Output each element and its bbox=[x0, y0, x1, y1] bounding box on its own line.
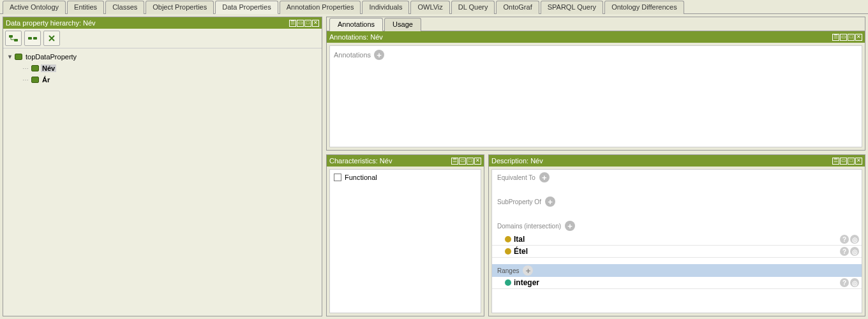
sub-tab-annotations[interactable]: Annotations bbox=[329, 18, 383, 31]
characteristics-panel-header: Characteristics: Név ☰ ▭ □ ✕ bbox=[327, 155, 484, 167]
svg-rect-2 bbox=[28, 37, 32, 40]
domain-item-etel[interactable]: Étel ? ◎ bbox=[492, 246, 862, 258]
add-subproperty-button[interactable]: + bbox=[545, 197, 555, 207]
edit-icon[interactable]: ◎ bbox=[850, 235, 859, 244]
equivalent-to-label: Equivalent To bbox=[497, 174, 535, 181]
tab-data-properties[interactable]: Data Properties bbox=[215, 1, 278, 14]
tab-object-properties[interactable]: Object Properties bbox=[146, 1, 214, 14]
add-child-button[interactable] bbox=[24, 31, 41, 46]
panel-close-icon[interactable]: ✕ bbox=[312, 20, 319, 27]
description-panel-title: Description: Név bbox=[491, 157, 832, 165]
annotations-panel: Annotations Usage Annotations: Név ☰ ▭ □… bbox=[326, 17, 865, 151]
help-icon[interactable]: ? bbox=[840, 235, 849, 244]
hierarchy-panel-title: Data property hierarchy: Név bbox=[6, 19, 289, 27]
characteristics-panel: Characteristics: Név ☰ ▭ □ ✕ Functional bbox=[326, 154, 484, 316]
characteristics-body: Functional bbox=[329, 169, 481, 313]
svg-rect-1 bbox=[14, 39, 18, 41]
description-panel-header: Description: Név ☰ ▭ □ ✕ bbox=[489, 155, 865, 167]
panel-view-icon[interactable]: ☰ bbox=[832, 158, 839, 165]
annotations-add-row: Annotations + bbox=[334, 50, 858, 60]
tab-annotation-properties[interactable]: Annotation Properties bbox=[280, 1, 361, 14]
tree-root[interactable]: ▼ topDataProperty bbox=[7, 51, 318, 63]
hierarchy-panel: Data property hierarchy: Név ☰ ▭ □ ✕ ▼ bbox=[3, 17, 322, 316]
characteristics-panel-title: Characteristics: Név bbox=[329, 157, 451, 165]
annotations-add-label: Annotations bbox=[334, 51, 371, 59]
help-icon[interactable]: ? bbox=[840, 247, 849, 256]
workspace: Data property hierarchy: Név ☰ ▭ □ ✕ ▼ bbox=[0, 14, 868, 319]
tree-collapse-icon[interactable]: ▼ bbox=[7, 54, 15, 60]
panel-pin-icon[interactable]: ▭ bbox=[459, 158, 466, 165]
add-annotation-button[interactable]: + bbox=[374, 50, 384, 60]
domains-section: Domains (intersection) + bbox=[492, 218, 862, 234]
annotations-panel-header: Annotations: Név ☰ ▭ □ ✕ bbox=[327, 31, 865, 43]
tab-dl-query[interactable]: DL Query bbox=[451, 1, 495, 14]
tab-owlviz[interactable]: OWLViz bbox=[410, 1, 449, 14]
tab-ontograf[interactable]: OntoGraf bbox=[496, 1, 539, 14]
bottom-row: Characteristics: Név ☰ ▭ □ ✕ Functional bbox=[326, 154, 865, 316]
tab-individuals[interactable]: Individuals bbox=[362, 1, 409, 14]
range-item-integer[interactable]: integer ? ◎ bbox=[492, 277, 862, 289]
add-domain-button[interactable]: + bbox=[565, 221, 575, 231]
help-icon[interactable]: ? bbox=[840, 278, 849, 287]
delete-button[interactable] bbox=[43, 31, 60, 46]
hierarchy-panel-header: Data property hierarchy: Név ☰ ▭ □ ✕ bbox=[3, 17, 322, 29]
description-body: Equivalent To + SubProperty Of + Domains… bbox=[491, 169, 862, 313]
functional-checkbox[interactable] bbox=[334, 174, 341, 181]
panel-view-icon[interactable]: ☰ bbox=[289, 20, 296, 27]
tab-classes[interactable]: Classes bbox=[105, 1, 144, 14]
add-range-button[interactable]: + bbox=[523, 265, 533, 276]
functional-label: Functional bbox=[345, 174, 377, 181]
description-panel: Description: Név ☰ ▭ □ ✕ Equivalent To + bbox=[488, 154, 865, 316]
panel-close-icon[interactable]: ✕ bbox=[855, 34, 862, 41]
tree-root-label: topDataProperty bbox=[24, 53, 78, 61]
domain-label: Étel bbox=[514, 247, 528, 256]
datatype-bullet-icon bbox=[505, 279, 511, 286]
panel-close-icon[interactable]: ✕ bbox=[474, 158, 481, 165]
edit-icon[interactable]: ◎ bbox=[850, 278, 859, 287]
panel-maximize-icon[interactable]: □ bbox=[848, 34, 855, 41]
tab-active-ontology[interactable]: Active Ontology bbox=[3, 1, 66, 14]
panel-close-icon[interactable]: ✕ bbox=[855, 158, 862, 165]
add-equivalent-button[interactable]: + bbox=[539, 172, 550, 182]
tree-connector-icon: ⋯ bbox=[22, 77, 31, 84]
property-icon bbox=[31, 65, 39, 71]
domains-label: Domains (intersection) bbox=[497, 223, 561, 230]
annotations-panel-title: Annotations: Név bbox=[329, 33, 832, 41]
panel-view-icon[interactable]: ☰ bbox=[451, 158, 458, 165]
tree-item-ar[interactable]: ⋯ Ár bbox=[7, 74, 318, 85]
main-tab-bar: Active Ontology Entities Classes Object … bbox=[0, 0, 868, 14]
equivalent-to-section: Equivalent To + bbox=[492, 170, 862, 185]
annotations-body: Annotations + bbox=[329, 45, 862, 147]
svg-rect-0 bbox=[9, 35, 13, 38]
panel-maximize-icon[interactable]: □ bbox=[304, 20, 311, 27]
sub-tab-usage[interactable]: Usage bbox=[384, 18, 421, 31]
range-label: integer bbox=[514, 278, 539, 287]
class-bullet-icon bbox=[505, 236, 511, 242]
panel-view-icon[interactable]: ☰ bbox=[832, 34, 839, 41]
ranges-section: Ranges + bbox=[492, 264, 862, 277]
tree-item-label: Ár bbox=[41, 76, 51, 84]
domain-item-ital[interactable]: Ital ? ◎ bbox=[492, 234, 862, 246]
domain-label: Ital bbox=[514, 235, 525, 244]
edit-icon[interactable]: ◎ bbox=[850, 247, 859, 256]
tab-entities[interactable]: Entities bbox=[67, 1, 104, 14]
tab-sparql-query[interactable]: SPARQL Query bbox=[541, 1, 603, 14]
panel-pin-icon[interactable]: ▭ bbox=[840, 158, 847, 165]
hierarchy-toolbar bbox=[3, 29, 322, 48]
hierarchy-tree: ▼ topDataProperty ⋯ Név ⋯ Ár bbox=[3, 48, 322, 316]
ranges-label: Ranges bbox=[497, 267, 519, 274]
panel-pin-icon[interactable]: ▭ bbox=[840, 34, 847, 41]
panel-pin-icon[interactable]: ▭ bbox=[297, 20, 304, 27]
right-pane: Annotations Usage Annotations: Név ☰ ▭ □… bbox=[326, 17, 865, 316]
add-sibling-button[interactable] bbox=[5, 31, 22, 46]
functional-checkbox-row: Functional bbox=[334, 174, 477, 181]
panel-maximize-icon[interactable]: □ bbox=[848, 158, 855, 165]
tree-item-nev[interactable]: ⋯ Név bbox=[7, 63, 318, 74]
property-icon bbox=[15, 54, 22, 60]
tab-ontology-differences[interactable]: Ontology Differences bbox=[604, 1, 684, 14]
class-bullet-icon bbox=[505, 248, 511, 255]
panel-maximize-icon[interactable]: □ bbox=[467, 158, 474, 165]
svg-rect-3 bbox=[33, 37, 37, 40]
tree-connector-icon: ⋯ bbox=[22, 65, 31, 72]
property-icon bbox=[31, 77, 39, 83]
